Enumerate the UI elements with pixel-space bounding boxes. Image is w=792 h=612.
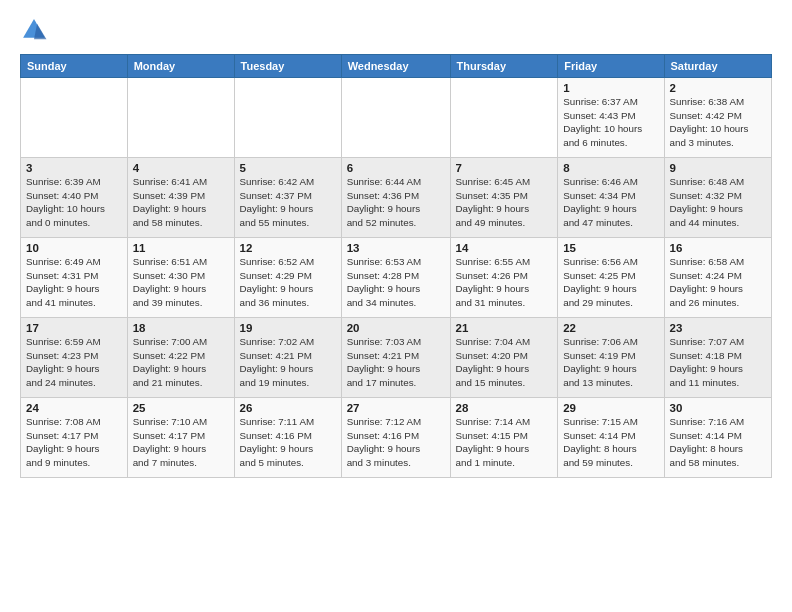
day-number: 10: [26, 242, 122, 254]
calendar-cell: 8Sunrise: 6:46 AM Sunset: 4:34 PM Daylig…: [558, 158, 664, 238]
day-number: 3: [26, 162, 122, 174]
calendar-cell: 24Sunrise: 7:08 AM Sunset: 4:17 PM Dayli…: [21, 398, 128, 478]
page: SundayMondayTuesdayWednesdayThursdayFrid…: [0, 0, 792, 612]
day-info: Sunrise: 6:52 AM Sunset: 4:29 PM Dayligh…: [240, 255, 336, 310]
day-number: 2: [670, 82, 767, 94]
day-info: Sunrise: 6:49 AM Sunset: 4:31 PM Dayligh…: [26, 255, 122, 310]
calendar-cell: 9Sunrise: 6:48 AM Sunset: 4:32 PM Daylig…: [664, 158, 772, 238]
calendar-cell: 19Sunrise: 7:02 AM Sunset: 4:21 PM Dayli…: [234, 318, 341, 398]
day-number: 18: [133, 322, 229, 334]
day-number: 25: [133, 402, 229, 414]
day-info: Sunrise: 7:12 AM Sunset: 4:16 PM Dayligh…: [347, 415, 445, 470]
day-number: 30: [670, 402, 767, 414]
day-info: Sunrise: 7:15 AM Sunset: 4:14 PM Dayligh…: [563, 415, 658, 470]
day-number: 1: [563, 82, 658, 94]
calendar-cell: 29Sunrise: 7:15 AM Sunset: 4:14 PM Dayli…: [558, 398, 664, 478]
calendar-cell: 3Sunrise: 6:39 AM Sunset: 4:40 PM Daylig…: [21, 158, 128, 238]
day-number: 5: [240, 162, 336, 174]
column-header-tuesday: Tuesday: [234, 55, 341, 78]
day-info: Sunrise: 6:39 AM Sunset: 4:40 PM Dayligh…: [26, 175, 122, 230]
calendar: SundayMondayTuesdayWednesdayThursdayFrid…: [20, 54, 772, 478]
day-number: 20: [347, 322, 445, 334]
column-header-saturday: Saturday: [664, 55, 772, 78]
column-header-sunday: Sunday: [21, 55, 128, 78]
day-info: Sunrise: 6:48 AM Sunset: 4:32 PM Dayligh…: [670, 175, 767, 230]
calendar-header-row: SundayMondayTuesdayWednesdayThursdayFrid…: [21, 55, 772, 78]
calendar-cell: 22Sunrise: 7:06 AM Sunset: 4:19 PM Dayli…: [558, 318, 664, 398]
calendar-cell: 13Sunrise: 6:53 AM Sunset: 4:28 PM Dayli…: [341, 238, 450, 318]
day-info: Sunrise: 6:56 AM Sunset: 4:25 PM Dayligh…: [563, 255, 658, 310]
day-info: Sunrise: 7:16 AM Sunset: 4:14 PM Dayligh…: [670, 415, 767, 470]
day-number: 22: [563, 322, 658, 334]
day-info: Sunrise: 7:04 AM Sunset: 4:20 PM Dayligh…: [456, 335, 553, 390]
day-info: Sunrise: 6:42 AM Sunset: 4:37 PM Dayligh…: [240, 175, 336, 230]
day-number: 14: [456, 242, 553, 254]
calendar-cell: 18Sunrise: 7:00 AM Sunset: 4:22 PM Dayli…: [127, 318, 234, 398]
calendar-cell: [21, 78, 128, 158]
calendar-cell: 4Sunrise: 6:41 AM Sunset: 4:39 PM Daylig…: [127, 158, 234, 238]
week-row-1: 1Sunrise: 6:37 AM Sunset: 4:43 PM Daylig…: [21, 78, 772, 158]
day-number: 17: [26, 322, 122, 334]
calendar-cell: 28Sunrise: 7:14 AM Sunset: 4:15 PM Dayli…: [450, 398, 558, 478]
calendar-cell: [127, 78, 234, 158]
day-number: 15: [563, 242, 658, 254]
day-number: 7: [456, 162, 553, 174]
calendar-cell: 16Sunrise: 6:58 AM Sunset: 4:24 PM Dayli…: [664, 238, 772, 318]
day-number: 23: [670, 322, 767, 334]
week-row-5: 24Sunrise: 7:08 AM Sunset: 4:17 PM Dayli…: [21, 398, 772, 478]
day-number: 21: [456, 322, 553, 334]
day-info: Sunrise: 6:51 AM Sunset: 4:30 PM Dayligh…: [133, 255, 229, 310]
week-row-3: 10Sunrise: 6:49 AM Sunset: 4:31 PM Dayli…: [21, 238, 772, 318]
day-info: Sunrise: 6:59 AM Sunset: 4:23 PM Dayligh…: [26, 335, 122, 390]
day-info: Sunrise: 7:08 AM Sunset: 4:17 PM Dayligh…: [26, 415, 122, 470]
day-info: Sunrise: 6:44 AM Sunset: 4:36 PM Dayligh…: [347, 175, 445, 230]
calendar-cell: 5Sunrise: 6:42 AM Sunset: 4:37 PM Daylig…: [234, 158, 341, 238]
calendar-cell: [234, 78, 341, 158]
calendar-cell: 2Sunrise: 6:38 AM Sunset: 4:42 PM Daylig…: [664, 78, 772, 158]
calendar-cell: [450, 78, 558, 158]
column-header-monday: Monday: [127, 55, 234, 78]
day-info: Sunrise: 7:10 AM Sunset: 4:17 PM Dayligh…: [133, 415, 229, 470]
logo-icon: [20, 16, 48, 44]
calendar-cell: 11Sunrise: 6:51 AM Sunset: 4:30 PM Dayli…: [127, 238, 234, 318]
day-number: 28: [456, 402, 553, 414]
day-info: Sunrise: 7:11 AM Sunset: 4:16 PM Dayligh…: [240, 415, 336, 470]
day-info: Sunrise: 7:07 AM Sunset: 4:18 PM Dayligh…: [670, 335, 767, 390]
calendar-cell: 7Sunrise: 6:45 AM Sunset: 4:35 PM Daylig…: [450, 158, 558, 238]
calendar-cell: 20Sunrise: 7:03 AM Sunset: 4:21 PM Dayli…: [341, 318, 450, 398]
day-info: Sunrise: 6:41 AM Sunset: 4:39 PM Dayligh…: [133, 175, 229, 230]
calendar-cell: 12Sunrise: 6:52 AM Sunset: 4:29 PM Dayli…: [234, 238, 341, 318]
day-info: Sunrise: 7:02 AM Sunset: 4:21 PM Dayligh…: [240, 335, 336, 390]
calendar-cell: 25Sunrise: 7:10 AM Sunset: 4:17 PM Dayli…: [127, 398, 234, 478]
day-number: 27: [347, 402, 445, 414]
day-info: Sunrise: 7:03 AM Sunset: 4:21 PM Dayligh…: [347, 335, 445, 390]
calendar-cell: 27Sunrise: 7:12 AM Sunset: 4:16 PM Dayli…: [341, 398, 450, 478]
day-number: 24: [26, 402, 122, 414]
calendar-cell: 14Sunrise: 6:55 AM Sunset: 4:26 PM Dayli…: [450, 238, 558, 318]
day-number: 9: [670, 162, 767, 174]
day-number: 13: [347, 242, 445, 254]
day-number: 16: [670, 242, 767, 254]
calendar-cell: 30Sunrise: 7:16 AM Sunset: 4:14 PM Dayli…: [664, 398, 772, 478]
column-header-friday: Friday: [558, 55, 664, 78]
day-number: 19: [240, 322, 336, 334]
week-row-2: 3Sunrise: 6:39 AM Sunset: 4:40 PM Daylig…: [21, 158, 772, 238]
column-header-thursday: Thursday: [450, 55, 558, 78]
column-header-wednesday: Wednesday: [341, 55, 450, 78]
calendar-cell: 15Sunrise: 6:56 AM Sunset: 4:25 PM Dayli…: [558, 238, 664, 318]
day-info: Sunrise: 6:45 AM Sunset: 4:35 PM Dayligh…: [456, 175, 553, 230]
day-info: Sunrise: 6:55 AM Sunset: 4:26 PM Dayligh…: [456, 255, 553, 310]
day-info: Sunrise: 6:46 AM Sunset: 4:34 PM Dayligh…: [563, 175, 658, 230]
calendar-cell: 23Sunrise: 7:07 AM Sunset: 4:18 PM Dayli…: [664, 318, 772, 398]
header: [20, 16, 772, 44]
day-number: 29: [563, 402, 658, 414]
day-info: Sunrise: 6:38 AM Sunset: 4:42 PM Dayligh…: [670, 95, 767, 150]
day-info: Sunrise: 6:37 AM Sunset: 4:43 PM Dayligh…: [563, 95, 658, 150]
calendar-cell: 17Sunrise: 6:59 AM Sunset: 4:23 PM Dayli…: [21, 318, 128, 398]
calendar-cell: 26Sunrise: 7:11 AM Sunset: 4:16 PM Dayli…: [234, 398, 341, 478]
day-number: 4: [133, 162, 229, 174]
day-number: 12: [240, 242, 336, 254]
day-info: Sunrise: 7:14 AM Sunset: 4:15 PM Dayligh…: [456, 415, 553, 470]
calendar-cell: 21Sunrise: 7:04 AM Sunset: 4:20 PM Dayli…: [450, 318, 558, 398]
day-info: Sunrise: 6:53 AM Sunset: 4:28 PM Dayligh…: [347, 255, 445, 310]
